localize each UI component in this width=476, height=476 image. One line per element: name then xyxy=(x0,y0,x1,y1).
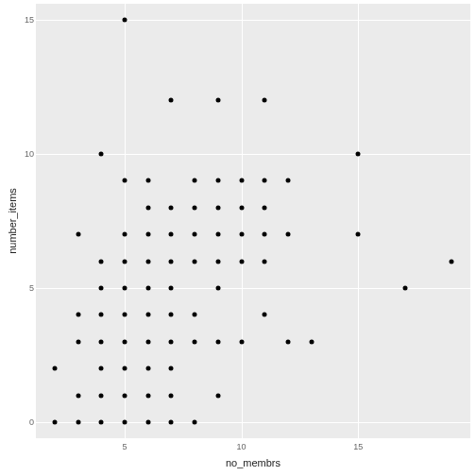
x-axis-title: no_membrs xyxy=(36,457,470,468)
data-point xyxy=(286,178,291,183)
data-point xyxy=(145,366,150,371)
data-point xyxy=(99,339,104,344)
data-point xyxy=(145,205,150,210)
data-point xyxy=(263,259,267,264)
data-point xyxy=(215,393,220,398)
data-point xyxy=(145,232,150,237)
x-tick-label: 15 xyxy=(353,442,363,451)
data-point xyxy=(356,232,361,237)
data-point xyxy=(239,178,244,183)
data-point xyxy=(215,98,220,103)
data-point xyxy=(145,339,150,344)
data-point xyxy=(169,339,174,344)
data-point xyxy=(169,419,174,424)
data-point xyxy=(193,259,197,264)
y-tick-label: 5 xyxy=(6,283,34,293)
x-tick-label: 5 xyxy=(122,442,127,451)
gridline-v xyxy=(358,4,359,438)
data-point xyxy=(145,178,150,183)
data-point xyxy=(52,419,57,424)
data-point xyxy=(402,285,407,290)
scatter-chart: no_membrs number_items 51015051015 xyxy=(0,0,476,476)
data-point xyxy=(215,178,220,183)
data-point xyxy=(145,419,150,424)
data-point xyxy=(145,285,150,290)
data-point xyxy=(169,205,174,210)
data-point xyxy=(193,419,197,424)
data-point xyxy=(215,259,220,264)
data-point xyxy=(122,419,127,424)
data-point xyxy=(263,178,267,183)
data-point xyxy=(169,232,174,237)
y-tick-label: 15 xyxy=(6,15,34,25)
data-point xyxy=(122,366,127,371)
data-point xyxy=(122,232,127,237)
gridline-h xyxy=(36,20,470,21)
data-point xyxy=(193,178,197,183)
x-tick-label: 10 xyxy=(237,442,246,451)
data-point xyxy=(263,232,267,237)
data-point xyxy=(122,339,127,344)
data-point xyxy=(76,393,80,398)
data-point xyxy=(239,205,244,210)
data-point xyxy=(169,313,174,317)
data-point xyxy=(215,232,220,237)
data-point xyxy=(239,339,244,344)
y-tick-label: 0 xyxy=(6,417,34,427)
data-point xyxy=(169,366,174,371)
data-point xyxy=(122,313,127,317)
data-point xyxy=(145,313,150,317)
data-point xyxy=(99,285,104,290)
y-tick-label: 10 xyxy=(6,149,34,159)
plot-panel xyxy=(36,4,470,438)
data-point xyxy=(193,205,197,210)
data-point xyxy=(239,232,244,237)
data-point xyxy=(193,313,197,317)
data-point xyxy=(263,313,267,317)
data-point xyxy=(309,339,314,344)
data-point xyxy=(356,152,361,157)
data-point xyxy=(145,393,150,398)
data-point xyxy=(215,205,220,210)
data-point xyxy=(169,285,174,290)
data-point xyxy=(122,285,127,290)
data-point xyxy=(215,285,220,290)
data-point xyxy=(239,259,244,264)
data-point xyxy=(99,259,104,264)
data-point xyxy=(122,178,127,183)
data-point xyxy=(263,98,267,103)
data-point xyxy=(193,232,197,237)
data-point xyxy=(99,366,104,371)
data-point xyxy=(169,259,174,264)
data-point xyxy=(145,259,150,264)
data-point xyxy=(286,339,291,344)
gridline-v xyxy=(242,4,243,438)
data-point xyxy=(76,313,80,317)
data-point xyxy=(286,232,291,237)
gridline-v xyxy=(125,4,126,438)
data-point xyxy=(263,205,267,210)
data-point xyxy=(122,18,127,23)
data-point xyxy=(169,393,174,398)
y-axis-title: number_items xyxy=(6,4,19,438)
data-point xyxy=(450,259,454,264)
data-point xyxy=(99,313,104,317)
data-point xyxy=(52,366,57,371)
data-point xyxy=(99,419,104,424)
data-point xyxy=(215,339,220,344)
data-point xyxy=(76,419,80,424)
data-point xyxy=(76,232,80,237)
data-point xyxy=(99,393,104,398)
data-point xyxy=(122,259,127,264)
data-point xyxy=(76,339,80,344)
data-point xyxy=(169,98,174,103)
data-point xyxy=(99,152,104,157)
data-point xyxy=(193,339,197,344)
data-point xyxy=(122,393,127,398)
